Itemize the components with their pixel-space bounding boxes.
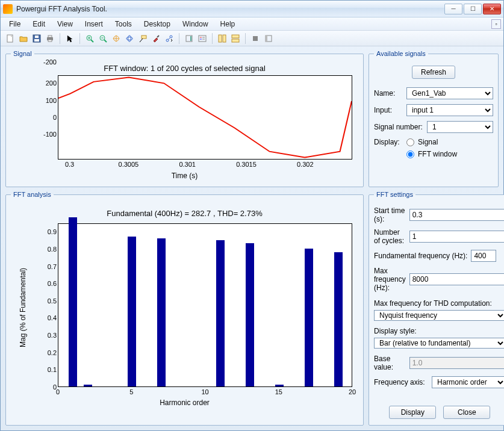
svg-rect-32 [232,39,239,42]
name-label: Name: [374,89,403,98]
maximize-button[interactable]: ☐ [464,4,482,14]
svg-line-21 [169,37,170,39]
zoom-in-icon[interactable] [84,33,96,45]
bar-harmonic-17 [305,249,313,386]
bar-harmonic-15 [275,385,284,386]
input-select[interactable]: input 1 [406,104,493,116]
svg-point-19 [166,39,169,42]
svg-line-18 [157,36,159,37]
menu-file[interactable]: File [3,19,26,29]
bar-harmonic-11 [216,240,225,386]
close-button[interactable]: ✕ [483,4,501,14]
svg-rect-30 [223,35,226,42]
svg-point-20 [170,36,172,38]
svg-rect-2 [34,39,39,42]
insert-colorbar-icon[interactable] [183,33,195,45]
start-time-label: Start time (s): [374,206,406,223]
pan-icon[interactable] [110,33,122,45]
menu-edit[interactable]: Edit [26,19,51,29]
svg-rect-29 [219,35,222,42]
fundamental-freq-label: Fundamental frequency (Hz): [374,252,467,260]
max-freq-input[interactable] [409,273,504,285]
menu-view[interactable]: View [51,19,79,29]
name-select[interactable]: Gen1_Vab [406,87,493,99]
toolbar [1,31,503,46]
display-fftwindow-label: FFT window [418,150,457,158]
fft-xlabel: Harmonic order [11,398,358,407]
svg-point-14 [126,37,132,40]
svg-rect-6 [48,40,52,42]
display-label: Display: [374,138,403,146]
link-data-icon[interactable] [163,33,175,45]
menu-help[interactable]: Help [214,19,241,29]
new-file-icon[interactable] [4,33,16,45]
close-settings-button[interactable]: Close [443,406,490,419]
display-style-select[interactable]: Bar (relative to fundamental) [374,338,504,349]
menubar: File Edit View Insert Tools Desktop Wind… [1,17,503,31]
thd-max-freq-label: Max frequency for THD computation: [374,299,504,308]
display-style-label: Display style: [374,327,504,335]
fft-chart[interactable] [58,223,352,387]
print-icon[interactable] [44,33,56,45]
available-signals-legend: Available signals [374,50,428,57]
signal-legend: Signal [11,50,34,57]
dock-button[interactable]: ▫ [491,19,501,29]
signal-number-select[interactable]: 1 [427,121,493,133]
svg-rect-31 [232,35,239,38]
rotate-3d-icon[interactable] [123,33,135,45]
signal-number-label: Signal number: [374,123,423,131]
svg-rect-24 [199,36,206,42]
titlebar: Powergui FFT Analysis Tool. ─ ☐ ✕ [1,1,503,17]
display-fftwindow-radio[interactable] [406,150,414,158]
display-signal-radio[interactable] [406,138,414,146]
svg-rect-33 [253,36,258,41]
fundamental-freq-input[interactable] [471,250,496,262]
svg-rect-35 [266,36,267,42]
number-of-cycles-label: Number of cycles: [374,228,406,245]
layout-tile-icon[interactable] [216,33,228,45]
display-button[interactable]: Display [389,406,436,419]
minimize-button[interactable]: ─ [444,4,462,14]
zoom-out-icon[interactable] [97,33,109,45]
svg-line-17 [140,39,143,42]
bar-harmonic-2 [84,385,92,386]
start-time-input[interactable] [409,209,504,221]
signal-chart[interactable] [58,75,352,160]
fft-chart-title: Fundamental (400Hz) = 282.7 , THD= 2.73% [11,209,358,218]
fft-legend: FFT analysis [11,191,54,198]
data-cursor-icon[interactable] [137,33,149,45]
input-label: Input: [374,106,403,114]
fft-settings-legend: FFT settings [374,191,415,198]
menu-window[interactable]: Window [176,19,214,29]
menu-tools[interactable]: Tools [109,19,138,29]
layout-stack-icon[interactable] [229,33,241,45]
freq-axis-label: Frequency axis: [374,378,428,386]
bar-harmonic-1 [69,217,77,386]
display-signal-label: Signal [418,138,438,146]
refresh-button[interactable]: Refresh [412,66,455,79]
number-of-cycles-input[interactable] [409,231,504,243]
hide-plot-tools-icon[interactable] [249,33,261,45]
max-freq-label: Max frequency (Hz): [374,267,406,292]
svg-rect-3 [35,36,39,38]
brush-icon[interactable] [150,33,162,45]
menu-desktop[interactable]: Desktop [138,19,176,29]
show-plot-tools-icon[interactable] [263,33,275,45]
open-file-icon[interactable] [17,33,30,45]
fft-analysis-panel: FFT analysis Fundamental (400Hz) = 282.7… [5,191,364,426]
signal-xlabel: Time (s) [11,172,358,180]
menu-insert[interactable]: Insert [79,19,109,29]
base-value-input [409,357,504,369]
bar-harmonic-19 [334,252,343,386]
save-icon[interactable] [31,33,43,45]
pointer-icon[interactable] [64,33,76,45]
fft-settings-panel: FFT settings Start time (s): Number of c… [369,191,504,426]
available-signals-panel: Available signals Refresh Name: Gen1_Vab… [369,50,499,187]
insert-legend-icon[interactable] [196,33,208,45]
svg-point-15 [128,36,131,42]
freq-axis-select[interactable]: Harmonic order [432,376,504,388]
window-title: Powergui FFT Analysis Tool. [16,5,444,13]
bar-harmonic-5 [128,237,136,386]
thd-max-freq-select[interactable]: Nyquist frequency [374,310,504,321]
svg-line-8 [91,40,93,42]
